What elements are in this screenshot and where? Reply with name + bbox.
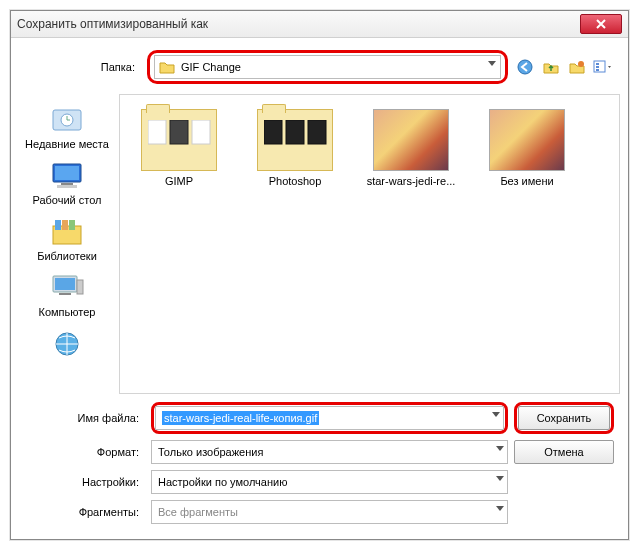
place-recent[interactable]: Недавние места bbox=[19, 100, 115, 154]
image-thumbnail-icon bbox=[489, 109, 565, 171]
chevron-down-icon bbox=[492, 412, 500, 417]
up-button[interactable] bbox=[540, 56, 562, 78]
svg-rect-9 bbox=[55, 166, 79, 180]
save-dialog: Сохранить оптимизированный как Папка: GI… bbox=[10, 10, 629, 540]
new-folder-icon bbox=[569, 59, 585, 75]
back-button[interactable] bbox=[514, 56, 536, 78]
filename-label: Имя файла: bbox=[25, 412, 145, 424]
svg-rect-4 bbox=[596, 66, 599, 68]
folder-up-icon bbox=[543, 59, 559, 75]
svg-rect-11 bbox=[57, 185, 77, 188]
back-icon bbox=[517, 59, 533, 75]
folder-item[interactable]: GIMP bbox=[134, 109, 224, 187]
filename-highlight: star-wars-jedi-real-life-копия.gif bbox=[151, 402, 508, 434]
image-item[interactable]: Без имени bbox=[482, 109, 572, 187]
bottom-form: Имя файла: star-wars-jedi-real-life-копи… bbox=[19, 394, 620, 532]
desktop-icon bbox=[49, 160, 85, 192]
window-title: Сохранить оптимизированный как bbox=[17, 17, 580, 31]
chevron-down-icon bbox=[488, 61, 496, 66]
recent-places-icon bbox=[49, 104, 85, 136]
svg-rect-24 bbox=[264, 120, 282, 144]
file-list[interactable]: GIMP Photoshop star-wars-jedi-re... Без … bbox=[119, 94, 620, 394]
settings-dropdown[interactable]: Настройки по умолчанию bbox=[151, 470, 508, 494]
save-highlight: Сохранить bbox=[514, 402, 614, 434]
folder-highlight: GIF Change bbox=[147, 50, 508, 84]
svg-rect-25 bbox=[286, 120, 304, 144]
computer-icon bbox=[49, 272, 85, 304]
folder-label: Папка: bbox=[25, 61, 141, 73]
svg-rect-3 bbox=[596, 63, 599, 65]
format-label: Формат: bbox=[25, 446, 145, 458]
svg-rect-14 bbox=[62, 220, 68, 230]
image-thumbnail-icon bbox=[373, 109, 449, 171]
new-folder-button[interactable] bbox=[566, 56, 588, 78]
fragments-label: Фрагменты: bbox=[25, 506, 145, 518]
svg-rect-23 bbox=[192, 120, 210, 144]
svg-rect-2 bbox=[594, 61, 605, 72]
place-libraries[interactable]: Библиотеки bbox=[19, 212, 115, 266]
folder-item[interactable]: Photoshop bbox=[250, 109, 340, 187]
view-icon bbox=[593, 59, 613, 75]
place-computer[interactable]: Компьютер bbox=[19, 268, 115, 322]
svg-rect-22 bbox=[170, 120, 188, 144]
place-desktop[interactable]: Рабочий стол bbox=[19, 156, 115, 210]
libraries-icon bbox=[49, 216, 85, 248]
cancel-button[interactable]: Отмена bbox=[514, 440, 614, 464]
folder-icon bbox=[257, 109, 333, 171]
chevron-down-icon bbox=[496, 506, 504, 511]
svg-rect-18 bbox=[59, 293, 71, 295]
folder-dropdown[interactable]: GIF Change bbox=[154, 55, 501, 79]
folder-row: Папка: GIF Change bbox=[19, 46, 620, 88]
titlebar: Сохранить оптимизированный как bbox=[11, 11, 628, 38]
chevron-down-icon bbox=[496, 476, 504, 481]
filename-input[interactable]: star-wars-jedi-real-life-копия.gif bbox=[155, 406, 504, 430]
network-icon bbox=[49, 328, 85, 360]
image-item[interactable]: star-wars-jedi-re... bbox=[366, 109, 456, 187]
svg-point-1 bbox=[578, 61, 584, 67]
svg-rect-26 bbox=[308, 120, 326, 144]
places-sidebar: Недавние места Рабочий стол Библиотеки К… bbox=[19, 94, 115, 394]
close-button[interactable] bbox=[580, 14, 622, 34]
place-network[interactable] bbox=[19, 324, 115, 364]
svg-rect-17 bbox=[55, 278, 75, 290]
folder-icon bbox=[141, 109, 217, 171]
fragments-dropdown[interactable]: Все фрагменты bbox=[151, 500, 508, 524]
close-icon bbox=[596, 19, 606, 29]
svg-rect-21 bbox=[148, 120, 166, 144]
toolbar-icons bbox=[514, 56, 614, 78]
svg-rect-13 bbox=[55, 220, 61, 230]
save-button[interactable]: Сохранить bbox=[518, 406, 610, 430]
format-dropdown[interactable]: Только изображения bbox=[151, 440, 508, 464]
svg-rect-5 bbox=[596, 69, 599, 71]
svg-rect-19 bbox=[77, 280, 83, 294]
settings-label: Настройки: bbox=[25, 476, 145, 488]
svg-point-0 bbox=[518, 60, 532, 74]
folder-name: GIF Change bbox=[181, 61, 241, 73]
svg-rect-10 bbox=[61, 183, 73, 185]
chevron-down-icon bbox=[496, 446, 504, 451]
folder-icon bbox=[159, 60, 175, 74]
view-menu-button[interactable] bbox=[592, 56, 614, 78]
svg-rect-15 bbox=[69, 220, 75, 230]
